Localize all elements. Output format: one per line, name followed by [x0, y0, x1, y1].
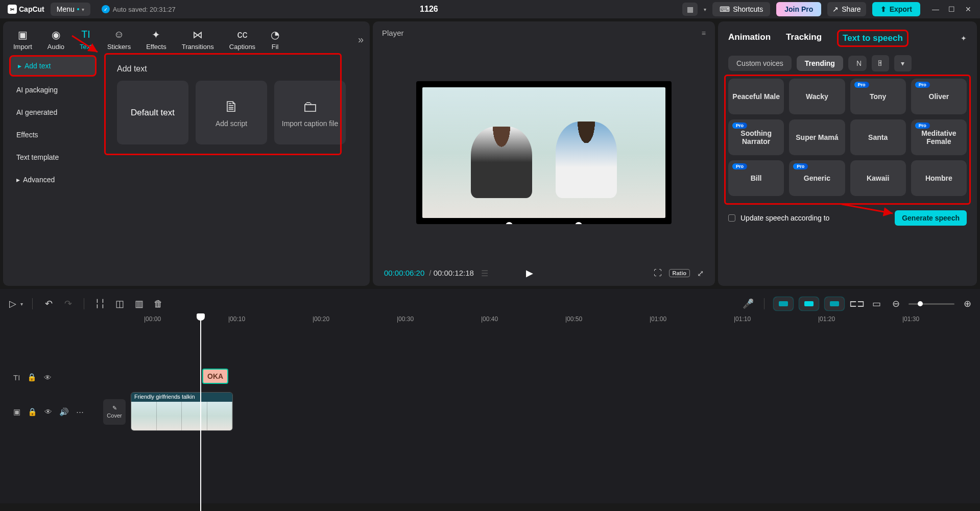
voice-card[interactable]: ProGeneric	[789, 160, 845, 196]
zoom-slider[interactable]	[909, 303, 954, 305]
tab-text-to-speech[interactable]: Text to speech	[837, 30, 909, 47]
select-tool[interactable]: ▷	[6, 297, 19, 310]
time-ruler[interactable]: |00:00|00:10|00:20|00:30|00:40|00:50|01:…	[6, 314, 974, 326]
voice-name: Meditative Female	[913, 129, 965, 145]
voice-card[interactable]: ProBill	[728, 160, 784, 196]
delete-tool[interactable]: 🗑	[152, 297, 165, 310]
focus-icon[interactable]: ⛶	[654, 269, 662, 278]
undo-button[interactable]: ↶	[42, 297, 55, 310]
eye-icon[interactable]: 👁	[44, 373, 52, 382]
tab-import[interactable]: ▣Import	[9, 27, 36, 53]
fullscreen-icon[interactable]: ⤢	[697, 269, 704, 278]
voice-card[interactable]: ProOliver	[911, 79, 967, 114]
play-button[interactable]: ▶	[526, 267, 533, 279]
time-mark: |01:30	[902, 315, 919, 323]
frame-handle[interactable]	[506, 222, 513, 224]
lock-icon[interactable]: 🔒	[28, 407, 37, 417]
split-tool[interactable]: ╎╎	[93, 297, 107, 310]
preview-icon[interactable]: ▭	[870, 297, 883, 310]
layout-icon-button[interactable]: ▦	[682, 3, 698, 16]
redo-button[interactable]: ↷	[61, 297, 75, 310]
share-button[interactable]: ↗ Share	[827, 2, 866, 16]
sidebar-item-effects[interactable]: Effects	[9, 126, 97, 144]
ratio-button[interactable]: Ratio	[669, 269, 690, 277]
export-button[interactable]: ⬆ Export	[872, 2, 920, 16]
tab-transitions[interactable]: ⋈Transitions	[178, 27, 218, 53]
preview-area[interactable]	[373, 44, 715, 260]
maximize-icon[interactable]: ☐	[948, 5, 956, 13]
magnetic-chip-1[interactable]	[774, 297, 793, 310]
magnetic-chip-2[interactable]	[799, 297, 819, 310]
player-menu-icon[interactable]: ≡	[702, 29, 706, 37]
text-clip[interactable]: OKA	[202, 369, 228, 384]
tab-tracking[interactable]: Tracking	[786, 32, 822, 44]
eye-icon[interactable]: 👁	[44, 407, 52, 416]
sidebar-item-advanced[interactable]: ▸Advanced	[9, 171, 97, 189]
minimize-icon[interactable]: —	[931, 5, 940, 13]
tab-animation[interactable]: Animation	[728, 32, 771, 44]
sidebar-item-ai-generated[interactable]: AI generated	[9, 103, 97, 121]
filter-dropdown-icon[interactable]: ▾	[894, 55, 912, 71]
chevron-down-icon[interactable]: ▾	[20, 301, 23, 307]
voice-card[interactable]: Peaceful Male	[728, 79, 784, 114]
close-icon[interactable]: ✕	[964, 5, 972, 13]
more-icon[interactable]: ⋯	[76, 407, 84, 417]
tab-audio[interactable]: ◉Audio	[43, 27, 68, 53]
voice-card[interactable]: Santa	[850, 119, 906, 155]
audio-icon: ◉	[52, 29, 60, 41]
voice-card[interactable]: Hombre	[911, 160, 967, 196]
magnetic-chip-3[interactable]	[825, 297, 844, 310]
playhead[interactable]	[200, 314, 201, 511]
tab-effects[interactable]: ✦Effects	[142, 27, 171, 53]
zoom-in-icon[interactable]: ⊕	[961, 297, 974, 310]
lock-icon[interactable]: 🔒	[27, 373, 37, 382]
voice-card[interactable]: Super Mamá	[789, 119, 845, 155]
shortcuts-button[interactable]: ⌨ Shortcuts	[712, 2, 770, 16]
more-tabs-icon[interactable]: »	[358, 34, 364, 45]
sidebar-item-add-text[interactable]: ▸Add text	[9, 55, 97, 77]
tracks: TI 🔒 👁 OKA ▣ 🔒 👁 🔊 ⋯ ✎	[6, 329, 974, 433]
update-checkbox[interactable]	[728, 214, 735, 222]
frame-handle[interactable]	[575, 222, 582, 224]
time-mark: |01:10	[734, 315, 751, 323]
generate-speech-button[interactable]: Generate speech	[895, 210, 967, 226]
tab-text[interactable]: TIText	[76, 27, 96, 53]
align-icon[interactable]: ⊏⊐	[850, 297, 864, 310]
sidebar-item-ai-packaging[interactable]: AI packaging	[9, 81, 97, 99]
volume-icon[interactable]: 🔊	[59, 407, 69, 417]
clip-label: Friendly girlfriends talkin	[131, 393, 232, 402]
card-import-caption[interactable]: 🗀 Import caption file	[274, 81, 346, 144]
split-left-tool[interactable]: ◫	[113, 297, 126, 310]
chevron-down-icon[interactable]: ▾	[704, 7, 706, 12]
sidebar-item-text-template[interactable]: Text template	[9, 148, 97, 166]
video-clip[interactable]: Friendly girlfriends talkin	[131, 392, 233, 431]
card-default-text[interactable]: Default text	[117, 81, 188, 144]
card-add-script[interactable]: 🗎 Add script	[196, 81, 267, 144]
cover-button[interactable]: ✎ Cover	[103, 399, 126, 425]
voice-card[interactable]: Kawaii	[850, 160, 906, 196]
filter-custom-voices[interactable]: Custom voices	[728, 56, 792, 71]
tab-stickers[interactable]: ☺Stickers	[103, 27, 135, 53]
voice-card[interactable]: Wacky	[789, 79, 845, 114]
main: ▣Import ◉Audio TIText ☺Stickers ✦Effects…	[0, 18, 980, 289]
list-icon[interactable]: ☰	[481, 269, 488, 278]
sparkle-icon[interactable]: ✦	[961, 34, 967, 42]
triangle-right-icon: ▸	[18, 62, 21, 70]
zoom-out-icon[interactable]: ⊖	[889, 297, 902, 310]
filter-settings-icon[interactable]: 🎚	[872, 55, 889, 71]
voice-card[interactable]: ProSoothing Narrator	[728, 119, 784, 155]
filter-trending[interactable]: Trending	[797, 56, 843, 71]
voice-card[interactable]: ProMeditative Female	[911, 119, 967, 155]
tab-filters[interactable]: ◔Fil	[267, 27, 283, 53]
text-track[interactable]: OKA	[146, 364, 974, 390]
voice-grid: Peaceful MaleWackyProTonyProOliverProSoo…	[718, 75, 977, 200]
tab-captions[interactable]: ccCaptions	[225, 27, 259, 53]
voice-card[interactable]: ProTony	[850, 79, 906, 114]
join-pro-button[interactable]: Join Pro	[776, 2, 821, 16]
split-right-tool[interactable]: ▥	[132, 297, 146, 310]
video-track[interactable]: Friendly girlfriends talkin	[131, 390, 974, 433]
voice-name: Tony	[870, 92, 886, 101]
menu-button[interactable]: Menu▾	[51, 3, 90, 16]
mic-icon[interactable]: 🎤	[742, 297, 755, 310]
filter-new[interactable]: N	[848, 56, 867, 71]
